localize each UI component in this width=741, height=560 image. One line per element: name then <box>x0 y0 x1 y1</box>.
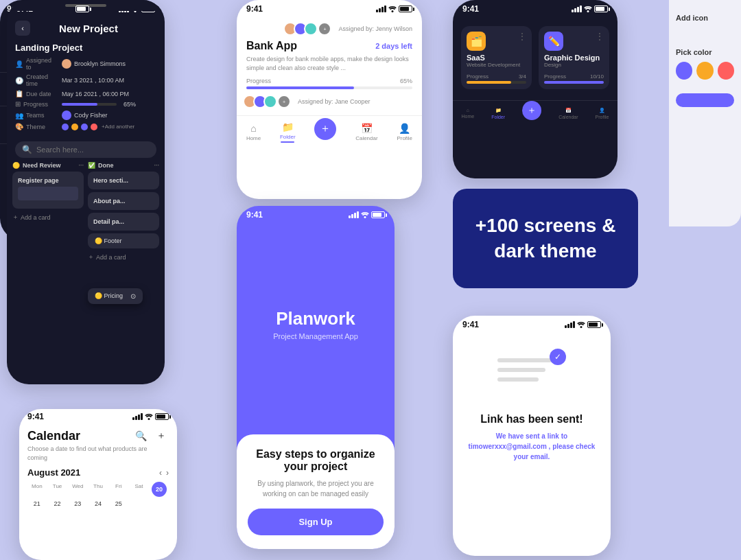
nav-calendar-2[interactable]: 📅 Calendar <box>355 123 377 141</box>
calendar-days: Mon Tue Wed Thu Fri Sat 20 21 22 23 24 2… <box>27 482 169 509</box>
status-bar-6: 9:41 <box>19 409 177 423</box>
svg-point-5 <box>148 418 150 420</box>
signal-icons-2 <box>376 5 412 12</box>
link-sent-description: We have sent a link to timowerxxx@gmail.… <box>464 431 600 462</box>
p3-home-icon: ⌂ <box>467 108 469 113</box>
battery-2 <box>399 5 412 12</box>
calendar-icons: 🔍 ＋ <box>133 428 169 443</box>
avatar-group: + <box>287 22 331 36</box>
link-sent-content: ✓ Link has been sent! We have sent a lin… <box>453 331 611 476</box>
field-progress: ⊞ Progress 65% <box>15 100 156 108</box>
purple-button[interactable] <box>676 93 734 107</box>
p3-nav-calendar[interactable]: 📅 Calendar <box>558 108 578 119</box>
saas-card: ⋮ 🗂️ SaaS Website Development Progress 3… <box>461 26 532 89</box>
field-assigned-to: 👤 Assigned to Brooklyn Simmons <box>15 57 156 71</box>
p3-nav-folder[interactable]: 📁 Folder <box>491 108 505 119</box>
planwork-card-title: Easy steps to organize your project <box>248 448 384 473</box>
p3-nav-add-btn[interactable]: ＋ <box>522 101 541 120</box>
bank-progress-fill <box>246 86 354 89</box>
status-bar-3: 9:41 <box>453 0 618 15</box>
folder-icon-2: 📁 <box>282 121 294 132</box>
status-time-5: 9:41 <box>462 320 479 329</box>
add-card-btn-1[interactable]: ＋ Add a card <box>12 211 84 223</box>
nav-add-btn-2[interactable]: ＋ <box>314 118 336 140</box>
design-card: ⋮ ✏️ Graphic Design Design Progress 10/1… <box>539 26 609 89</box>
bank-title: Bank App <box>246 40 297 52</box>
calendar-day-23[interactable]: 23 <box>68 498 87 509</box>
nav-folder-2[interactable]: 📁 Folder <box>280 121 296 143</box>
p3-nav: ⌂ Home 📁 Folder ＋ 📅 Calendar 👤 Profile <box>453 100 618 123</box>
p3-content: ⋮ 🗂️ SaaS Website Development Progress 3… <box>453 15 618 95</box>
field-theme: 🎨 Theme +Add another <box>15 123 156 130</box>
search-bar-1[interactable]: 🔍 <box>15 141 156 158</box>
calendar-icon-2: 📅 <box>361 123 373 134</box>
p3-cards: ⋮ 🗂️ SaaS Website Development Progress 3… <box>461 26 609 89</box>
search-input-1[interactable] <box>36 145 150 154</box>
calendar-add-btn[interactable]: ＋ <box>154 428 169 443</box>
phone-new-project: 9:41 ‹ New Project Landing Project 👤 Ass… <box>7 0 165 384</box>
kanban-card-detail: Detail pa... <box>88 213 159 231</box>
saas-more-btn[interactable]: ⋮ <box>518 32 526 41</box>
status-time-2: 9:41 <box>246 4 263 14</box>
calendar-month: August 2021 <box>27 467 80 478</box>
phone1-header: ‹ New Project <box>7 15 165 38</box>
color-orange[interactable] <box>696 62 713 80</box>
kanban-card-register: Register page <box>12 172 84 209</box>
status-time-6: 9:41 <box>27 412 44 421</box>
phone-saas: 9:41 ⋮ 🗂️ SaaS Website Development Progr… <box>453 0 618 178</box>
bank-assigned-2: + Assigned by: Jane Cooper <box>246 95 412 108</box>
color-blue[interactable] <box>676 62 692 80</box>
planwork-splash: Planwork Project Management App <box>237 221 395 434</box>
p3-nav-profile[interactable]: 👤 Profile <box>596 108 609 119</box>
assigned-by-label: + Assigned by: Jenny Wilson <box>246 22 412 36</box>
bank-progress-track <box>246 86 412 89</box>
nav-home-2[interactable]: ⌂ Home <box>246 123 261 141</box>
svg-point-2 <box>587 10 589 12</box>
calendar-day-24[interactable]: 24 <box>89 498 108 509</box>
design-more-btn[interactable]: ⋮ <box>596 32 604 41</box>
calendar-day-25[interactable]: 25 <box>109 498 128 509</box>
planwork-sub: Project Management App <box>273 332 358 340</box>
calendar-month-row: August 2021 ‹ › <box>27 467 169 478</box>
calendar-search-btn[interactable]: 🔍 <box>133 428 148 443</box>
footer-card: 🟡 Footer <box>88 233 159 248</box>
phone-bank-app: 9:41 + Assigned by: Jenny Wilson Bank Ap… <box>237 0 422 199</box>
calendar-prev-btn[interactable]: ‹ <box>159 468 162 478</box>
bank-progress-row: Progress 65% <box>246 78 412 84</box>
phone2-nav: ⌂ Home 📁 Folder ＋ 📅 Calendar 👤 Profile <box>237 115 422 145</box>
back-button-1[interactable]: ‹ <box>15 21 30 36</box>
planwork-bottom-card: Easy steps to organize your project By u… <box>237 434 395 549</box>
phone1-title: New Project <box>36 23 156 34</box>
calendar-header: Calendar 🔍 ＋ <box>27 428 169 443</box>
calendar-next-btn[interactable]: › <box>166 468 169 478</box>
link-sent-email: timowerxxx@gmail.com <box>469 443 547 450</box>
field-created-time: 🕐 Created time Mar 3 2021 , 10:00 AM <box>15 73 156 87</box>
calendar-title: Calendar <box>27 429 80 443</box>
card-100-text: +100 screens & dark theme <box>475 213 616 264</box>
calendar-day-22[interactable]: 22 <box>48 498 67 509</box>
calendar-day-20[interactable]: 20 <box>152 482 167 497</box>
check-illustration: ✓ <box>497 351 566 399</box>
project-title: Landing Project <box>15 43 156 53</box>
calendar-day-21[interactable]: 21 <box>27 498 47 509</box>
project-section: Landing Project 👤 Assigned to Brooklyn S… <box>7 38 165 137</box>
kanban-card-hero: Hero secti... <box>88 172 159 189</box>
phone-planwork: 9:41 Planwork Project Management App Eas… <box>237 206 395 549</box>
pick-color-label: Pick color <box>676 48 734 56</box>
color-red[interactable] <box>718 62 734 80</box>
saas-icon: 🗂️ <box>467 32 486 51</box>
add-card-btn-2[interactable]: ＋ Add a card <box>88 251 159 263</box>
status-time-3: 9:41 <box>462 4 479 14</box>
calendar-nav: ‹ › <box>159 468 169 478</box>
calendar-description: Choose a date to find out what products … <box>27 445 169 462</box>
planwork-title: Planwork <box>276 308 355 329</box>
kanban-col-done: ✅ Done ··· Hero secti... About pa... Det… <box>88 162 159 263</box>
p3-profile-icon: 👤 <box>599 108 605 113</box>
signup-button[interactable]: Sign Up <box>248 509 384 535</box>
p3-nav-home[interactable]: ⌂ Home <box>462 108 475 119</box>
calendar-content: Calendar 🔍 ＋ Choose a date to find out w… <box>19 423 177 515</box>
nav-profile-2[interactable]: 👤 Profile <box>397 123 412 141</box>
bank-app-content: + Assigned by: Jenny Wilson Bank App 2 d… <box>237 15 422 115</box>
right-panel: Add icon Pick color <box>669 0 741 226</box>
status-time-4: 9:41 <box>246 210 263 220</box>
